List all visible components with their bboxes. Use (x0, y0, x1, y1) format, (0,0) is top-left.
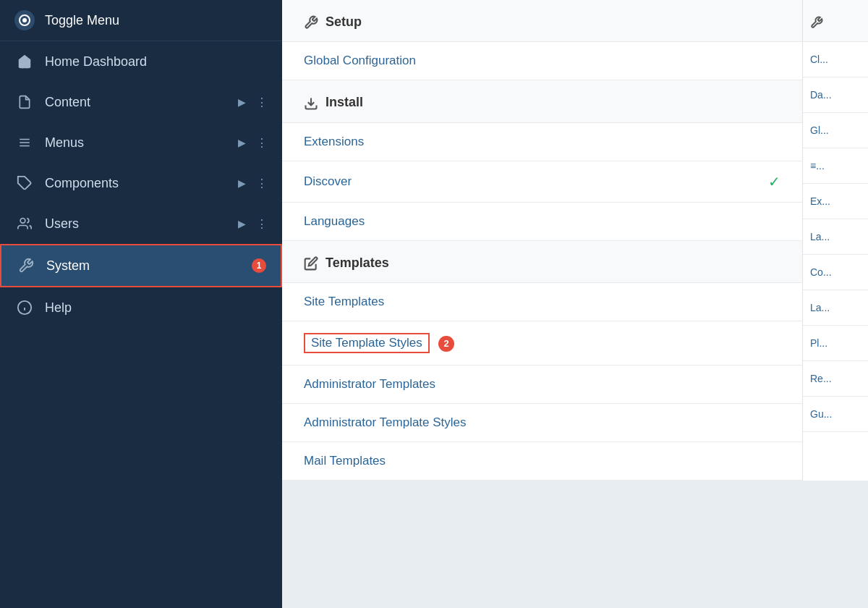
right-panel: Cl... Da... Gl... ≡... Ex... La... Co...… (803, 0, 868, 481)
sidebar-item-help[interactable]: Help (0, 287, 282, 328)
sidebar-label-content: Content (45, 95, 228, 110)
site-template-styles-link[interactable]: Site Template Styles (311, 336, 422, 350)
toggle-menu-label: Toggle Menu (45, 13, 119, 28)
templates-section-header: Templates (282, 241, 802, 283)
toggle-menu-button[interactable]: Toggle Menu (0, 0, 282, 41)
right-item-2[interactable]: Gl... (803, 113, 868, 148)
templates-title: Templates (326, 256, 389, 271)
sidebar-item-menus[interactable]: Menus ▶ ⋮ (0, 122, 282, 163)
sidebar-item-content[interactable]: Content ▶ ⋮ (0, 82, 282, 122)
sidebar: Toggle Menu Home Dashboard Content ▶ ⋮ (0, 0, 282, 608)
mail-templates-item[interactable]: Mail Templates (282, 442, 802, 481)
chevron-right-icon-menus: ▶ (238, 137, 246, 148)
users-icon (14, 214, 35, 234)
setup-title: Setup (326, 14, 362, 30)
home-icon (14, 51, 35, 72)
chevron-right-icon-components: ▶ (238, 177, 246, 189)
site-templates-link[interactable]: Site Templates (304, 295, 384, 308)
menus-icon (14, 132, 35, 153)
administrator-templates-link[interactable]: Administrator Templates (304, 377, 435, 391)
puzzle-icon (14, 173, 35, 193)
right-item-4[interactable]: Ex... (803, 184, 868, 219)
chevron-right-icon: ▶ (238, 96, 246, 108)
right-header-icon (810, 14, 823, 29)
administrator-template-styles-item[interactable]: Administrator Template Styles (282, 404, 802, 442)
site-template-styles-item[interactable]: Site Template Styles 2 (282, 321, 802, 366)
install-section-header: Install (282, 80, 802, 122)
grid-icon-components: ⋮ (256, 177, 268, 190)
right-item-1[interactable]: Da... (803, 77, 868, 113)
sidebar-label-system: System (46, 258, 242, 274)
global-configuration-link[interactable]: Global Configuration (304, 54, 416, 67)
discover-item[interactable]: Discover ✓ (282, 161, 802, 203)
languages-link[interactable]: Languages (304, 214, 365, 228)
right-item-9[interactable]: Re... (803, 361, 868, 397)
right-item-6[interactable]: Co... (803, 255, 868, 290)
mail-templates-link[interactable]: Mail Templates (304, 454, 386, 468)
right-header (803, 0, 868, 42)
site-templates-item[interactable]: Site Templates (282, 283, 802, 321)
sidebar-label-home: Home Dashboard (45, 54, 268, 69)
administrator-template-styles-link[interactable]: Administrator Template Styles (304, 415, 467, 429)
install-title: Install (326, 95, 363, 110)
right-item-0[interactable]: Cl... (803, 42, 868, 77)
extensions-item[interactable]: Extensions (282, 123, 802, 161)
sidebar-label-components: Components (45, 176, 228, 191)
site-template-styles-badge: 2 (438, 336, 454, 352)
setup-section-header: Setup (282, 0, 802, 42)
site-template-styles-highlight: Site Template Styles (304, 333, 430, 353)
right-item-10[interactable]: Gu... (803, 397, 868, 432)
install-icon (304, 95, 318, 110)
sidebar-label-help: Help (45, 300, 268, 316)
main-content: Setup Global Configuration Install Exten… (282, 0, 868, 608)
extensions-link[interactable]: Extensions (304, 135, 364, 148)
wrench-icon (16, 256, 36, 276)
sidebar-item-users[interactable]: Users ▶ ⋮ (0, 203, 282, 244)
check-icon: ✓ (768, 173, 780, 190)
sidebar-item-system[interactable]: System 1 (0, 244, 282, 287)
chevron-right-icon-users: ▶ (238, 218, 246, 229)
toggle-icon (14, 10, 35, 30)
grid-icon-menus: ⋮ (256, 136, 268, 150)
grid-icon-users: ⋮ (256, 217, 268, 231)
templates-icon (304, 256, 318, 271)
setup-icon (304, 14, 318, 30)
sidebar-item-home[interactable]: Home Dashboard (0, 41, 282, 82)
info-icon (14, 297, 35, 318)
svg-point-6 (20, 219, 25, 224)
grid-icon-content: ⋮ (256, 96, 268, 109)
sidebar-item-components[interactable]: Components ▶ ⋮ (0, 163, 282, 203)
sidebar-label-users: Users (45, 216, 228, 232)
right-item-8[interactable]: Pl... (803, 326, 868, 361)
sidebar-label-menus: Menus (45, 135, 228, 151)
svg-point-1 (22, 18, 27, 22)
global-configuration-item[interactable]: Global Configuration (282, 42, 802, 80)
discover-link[interactable]: Discover (304, 174, 352, 189)
file-icon (14, 92, 35, 112)
right-item-3[interactable]: ≡... (803, 148, 868, 184)
center-panel: Setup Global Configuration Install Exten… (282, 0, 803, 481)
administrator-templates-item[interactable]: Administrator Templates (282, 366, 802, 404)
languages-item[interactable]: Languages (282, 203, 802, 241)
right-item-7[interactable]: La... (803, 290, 868, 326)
system-badge: 1 (252, 258, 266, 273)
right-item-5[interactable]: La... (803, 219, 868, 255)
